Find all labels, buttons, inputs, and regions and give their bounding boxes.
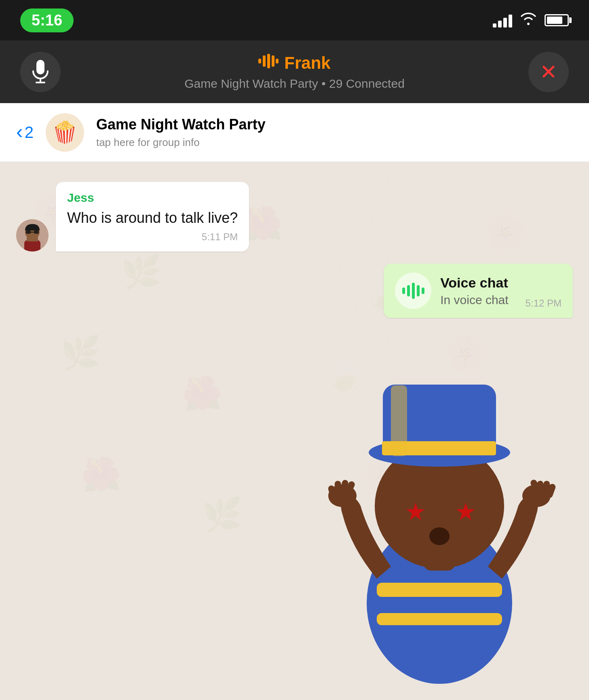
svg-rect-22 <box>26 231 31 234</box>
message-bubble-outgoing[interactable]: Voice chat In voice chat 5:12 PM <box>384 264 573 318</box>
message-outgoing-voice: Voice chat In voice chat 5:12 PM <box>16 264 573 318</box>
message-incoming-jess: Jess Who is around to talk live? 5:11 PM <box>16 182 462 252</box>
svg-rect-3 <box>258 59 261 63</box>
battery-icon <box>545 14 569 26</box>
group-emoji: 🍿 <box>52 120 78 145</box>
close-call-button[interactable]: ✕ <box>528 52 569 92</box>
message-bubble-incoming: Jess Who is around to talk live? 5:11 PM <box>56 182 249 252</box>
contact-name: Frank <box>284 53 330 73</box>
voice-bars-icon <box>402 282 424 300</box>
signal-icon <box>493 13 512 27</box>
wifi-icon <box>519 11 537 30</box>
back-count: 2 <box>25 123 34 142</box>
svg-text:🌺: 🌺 <box>182 374 222 412</box>
svg-text:★: ★ <box>405 498 426 525</box>
voice-chat-icon <box>395 273 431 309</box>
waveform-icon <box>258 54 279 72</box>
voice-chat-content: Voice chat In voice chat <box>440 275 508 307</box>
mic-button[interactable] <box>20 52 61 92</box>
svg-rect-0 <box>36 60 44 74</box>
voice-call-bar: Frank Game Night Watch Party • 29 Connec… <box>0 40 589 103</box>
svg-rect-7 <box>276 59 279 63</box>
svg-point-49 <box>429 527 450 545</box>
back-chevron-icon: ‹ <box>16 120 23 143</box>
svg-rect-26 <box>377 583 502 597</box>
svg-text:🌿: 🌿 <box>61 334 101 372</box>
svg-rect-6 <box>272 55 274 67</box>
svg-text:★: ★ <box>455 498 477 525</box>
voice-bar-center: Frank Game Night Watch Party • 29 Connec… <box>184 53 405 91</box>
chat-header: ‹ 2 🍿 Game Night Watch Party tap here fo… <box>0 103 589 162</box>
voice-chat-subtitle: In voice chat <box>440 293 508 307</box>
svg-rect-5 <box>267 54 270 68</box>
chat-background: 🌸 🌿 🌺 🍃 🌸 🌿 🌺 🍃 🌸 🌺 🌿 🌸 <box>0 162 589 700</box>
message-sender: Jess <box>67 191 238 205</box>
group-avatar: 🍿 <box>46 113 84 152</box>
svg-text:🌿: 🌿 <box>202 495 243 534</box>
voice-bar-subtitle: Game Night Watch Party • 29 Connected <box>184 77 405 91</box>
voice-bar-title: Frank <box>258 53 330 73</box>
voice-chat-time: 5:12 PM <box>517 298 562 309</box>
messages-container: Jess Who is around to talk live? 5:11 PM <box>0 174 589 326</box>
message-time-jess: 5:11 PM <box>67 231 238 243</box>
close-icon: ✕ <box>540 61 557 82</box>
svg-rect-28 <box>377 613 502 625</box>
avatar-jess <box>16 219 49 252</box>
svg-text:🌺: 🌺 <box>81 455 121 493</box>
svg-rect-23 <box>34 231 39 234</box>
svg-rect-44 <box>391 385 407 456</box>
svg-rect-4 <box>263 55 266 67</box>
group-name: Game Night Watch Party <box>96 116 266 133</box>
voice-chat-title: Voice chat <box>440 275 508 291</box>
status-icons <box>493 11 569 30</box>
group-info[interactable]: Game Night Watch Party tap here for grou… <box>96 116 266 149</box>
back-button[interactable]: ‹ 2 <box>16 121 34 143</box>
svg-rect-27 <box>377 599 502 611</box>
group-tap-hint: tap here for group info <box>96 136 266 149</box>
status-time: 5:16 <box>20 8 74 32</box>
sticker-character: ★ ★ <box>302 352 577 700</box>
message-text-jess: Who is around to talk live? <box>67 208 238 228</box>
status-bar: 5:16 <box>0 0 589 40</box>
